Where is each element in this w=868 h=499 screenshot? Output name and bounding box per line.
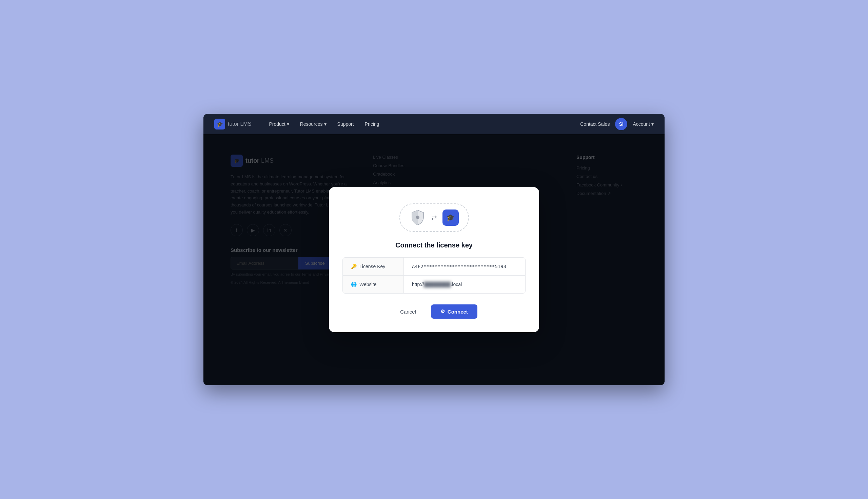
chevron-down-icon: ▾: [287, 121, 289, 127]
license-key-modal: ⇄ 🎓 Connect the license key 🔑 License Ke…: [329, 187, 539, 332]
main-background: 🎓 tutor LMS Tutor LMS is the ultimate le…: [204, 134, 664, 385]
modal-actions: Cancel ⚙ Connect: [342, 304, 526, 319]
nav-product[interactable]: Product ▾: [265, 119, 293, 129]
transfer-arrow-icon: ⇄: [431, 214, 437, 222]
nav-resources[interactable]: Resources ▾: [296, 119, 331, 129]
connect-button[interactable]: ⚙ Connect: [431, 304, 477, 319]
svg-point-0: [416, 216, 419, 219]
shield-icon: [409, 209, 426, 226]
account-button[interactable]: Account ▾: [633, 121, 654, 127]
key-icon: 🔑: [351, 264, 357, 269]
website-label: 🌐 Website: [343, 276, 404, 293]
chevron-down-icon: ▾: [651, 121, 654, 127]
logo-icon: 🎓: [214, 119, 225, 130]
website-value: http://████████.local: [404, 276, 525, 293]
license-key-value: A4F2*************************5193: [404, 258, 525, 275]
nav-pricing[interactable]: Pricing: [361, 119, 383, 129]
chevron-down-icon: ▾: [324, 121, 327, 127]
modal-title: Connect the license key: [342, 241, 526, 249]
license-key-label: 🔑 License Key: [343, 258, 404, 275]
modal-icon-container: ⇄ 🎓: [400, 203, 469, 232]
modal-info-table: 🔑 License Key A4F2**********************…: [342, 257, 526, 294]
navbar-logo[interactable]: 🎓 tutor LMS: [214, 119, 251, 130]
avatar: SI: [615, 118, 627, 130]
modal-icon-row: ⇄ 🎓: [342, 203, 526, 232]
nav-links: Product ▾ Resources ▾ Support Pricing: [265, 119, 580, 129]
website-row: 🌐 Website http://████████.local: [343, 276, 525, 293]
modal-overlay: ⇄ 🎓 Connect the license key 🔑 License Ke…: [204, 134, 664, 385]
license-key-row: 🔑 License Key A4F2**********************…: [343, 258, 525, 276]
nav-support[interactable]: Support: [333, 119, 358, 129]
logo-text: tutor LMS: [228, 121, 251, 127]
contact-sales-link[interactable]: Contact Sales: [580, 121, 610, 127]
tutor-logo-icon: 🎓: [442, 209, 459, 226]
navbar: 🎓 tutor LMS Product ▾ Resources ▾ Suppor…: [204, 114, 664, 134]
cancel-button[interactable]: Cancel: [391, 304, 426, 319]
globe-icon: 🌐: [351, 282, 357, 287]
connect-icon: ⚙: [440, 308, 445, 315]
nav-right: Contact Sales SI Account ▾: [580, 118, 654, 130]
